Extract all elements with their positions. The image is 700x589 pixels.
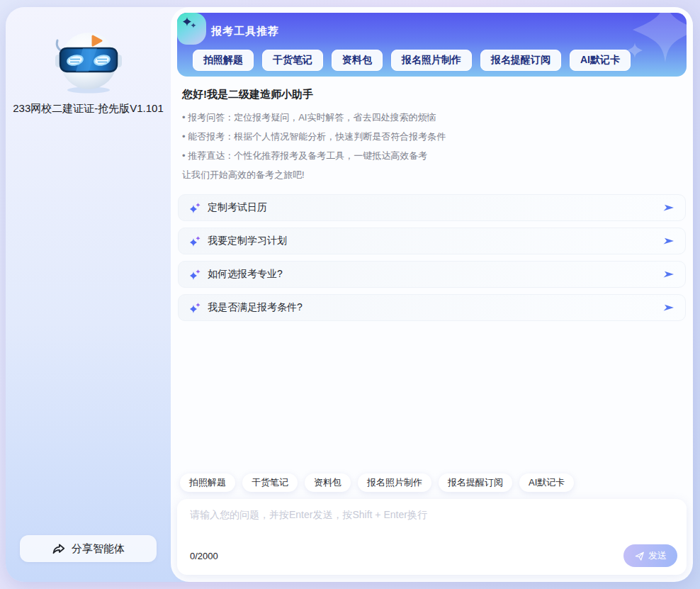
char-count: 0/2000	[190, 551, 218, 561]
welcome-line: • 报考问答：定位报考疑问，AI实时解答，省去四处搜索的烦恼	[182, 108, 682, 127]
suggestion-label: 我要定制学习计划	[208, 235, 662, 247]
composer-bottom-bar: 0/2000 发送	[190, 544, 677, 567]
paper-plane-icon	[634, 551, 645, 561]
send-arrow-icon	[662, 270, 674, 279]
sidebar: 233网校二建证证-抢先版V1.101 分享智能体	[6, 7, 171, 582]
send-arrow-icon	[662, 303, 674, 312]
empty-chat-space	[177, 321, 687, 473]
banner-tool-button[interactable]: AI默记卡	[570, 50, 631, 71]
banner-tool-button[interactable]: 资料包	[332, 50, 383, 71]
sparkle-icon	[189, 269, 201, 281]
send-button[interactable]: 发送	[623, 544, 677, 567]
quick-tab-button[interactable]: AI默记卡	[519, 473, 574, 492]
message-input[interactable]	[190, 509, 674, 540]
quick-tab-button[interactable]: 拍照解题	[180, 473, 235, 492]
agent-name: 233网校二建证证-抢先版V1.101	[6, 102, 171, 116]
robot-avatar-icon	[52, 28, 125, 94]
send-arrow-icon	[662, 237, 674, 245]
suggestion-card[interactable]: 我要定制学习计划	[178, 228, 686, 254]
welcome-line: • 能否报考：根据个人情况智能分析，快速判断是否符合报考条件	[182, 127, 682, 146]
sparkle-icon	[189, 235, 201, 247]
send-button-label: 发送	[648, 549, 667, 562]
welcome-message: 您好!我是二级建造师小助手 • 报考问答：定位报考疑问，AI实时解答，省去四处搜…	[182, 88, 682, 184]
suggestion-label: 如何选报考专业?	[208, 268, 662, 281]
sparkle-decoration-icon	[633, 13, 687, 62]
quick-tab-button[interactable]: 报名提醒订阅	[439, 473, 512, 492]
suggestion-card[interactable]: 如何选报考专业?	[178, 261, 686, 288]
banner-tool-button[interactable]: 拍照解题	[193, 50, 254, 71]
quick-tab-button[interactable]: 报名照片制作	[358, 473, 431, 492]
welcome-lines: • 报考问答：定位报考疑问，AI实时解答，省去四处搜索的烦恼 • 能否报考：根据…	[182, 108, 682, 184]
share-agent-label: 分享智能体	[72, 542, 125, 556]
banner-tool-button[interactable]: 报名照片制作	[391, 50, 472, 71]
suggestion-card-list: 定制考试日历 我要定制学习计划	[178, 194, 686, 321]
sparkle-leaf-icon	[177, 13, 206, 45]
message-composer: 0/2000 发送	[177, 499, 687, 575]
banner-tool-list: 拍照解题 干货笔记 资料包 报名照片制作 报名提醒订阅 AI默记卡	[193, 50, 631, 71]
suggestion-label: 我是否满足报考条件?	[208, 301, 662, 314]
suggestion-label: 定制考试日历	[208, 201, 662, 214]
welcome-title: 您好!我是二级建造师小助手	[182, 88, 682, 101]
send-arrow-icon	[662, 203, 674, 212]
share-agent-button[interactable]: 分享智能体	[20, 535, 157, 562]
tools-banner: 报考工具推荐 拍照解题 干货笔记 资料包 报名照片制作 报名提醒订阅	[177, 13, 687, 77]
sparkle-icon	[189, 202, 201, 214]
banner-tool-button[interactable]: 干货笔记	[262, 50, 323, 71]
sparkle-icon	[189, 302, 201, 314]
quick-tab-list: 拍照解题 干货笔记 资料包 报名照片制作 报名提醒订阅 AI默记卡	[180, 473, 684, 492]
banner-title: 报考工具推荐	[211, 25, 279, 38]
share-icon	[52, 542, 65, 555]
welcome-line: 让我们开始高效的备考之旅吧!	[182, 165, 682, 184]
suggestion-card[interactable]: 我是否满足报考条件?	[178, 294, 686, 321]
suggestion-card[interactable]: 定制考试日历	[178, 194, 686, 221]
robot-avatar	[52, 28, 125, 94]
welcome-line: • 推荐直达：个性化推荐报考及备考工具，一键抵达高效备考	[182, 146, 682, 165]
agent-chat-window: 233网校二建证证-抢先版V1.101 分享智能体 报考工具推荐	[6, 7, 693, 582]
quick-tab-button[interactable]: 资料包	[305, 473, 351, 492]
chat-main-panel: 报考工具推荐 拍照解题 干货笔记 资料包 报名照片制作 报名提醒订阅	[171, 7, 693, 582]
quick-tab-button[interactable]: 干货笔记	[242, 473, 298, 492]
banner-tool-button[interactable]: 报名提醒订阅	[480, 50, 561, 71]
